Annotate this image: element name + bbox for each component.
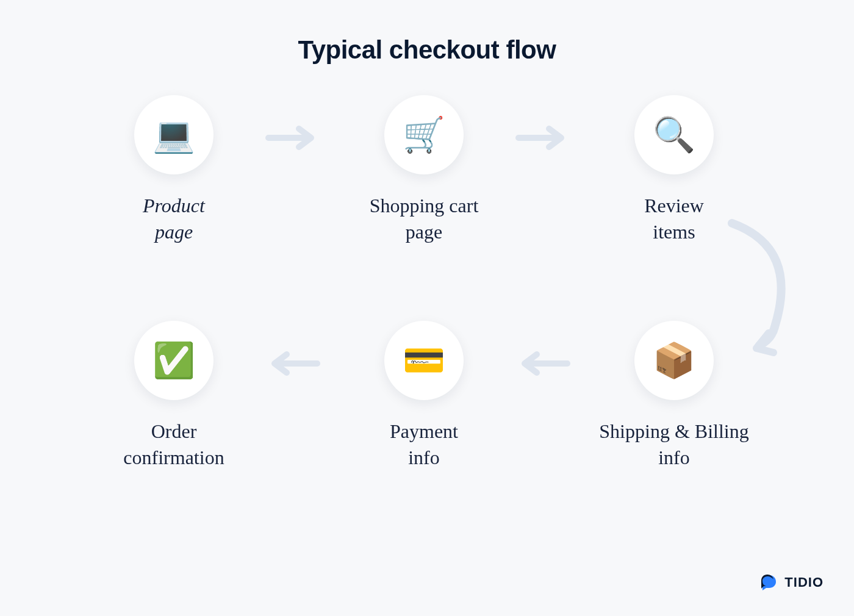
credit-card-icon: 💳 bbox=[384, 321, 464, 400]
arrow-left-icon bbox=[494, 345, 592, 382]
step-order-confirmation: ✅ Orderconfirmation bbox=[95, 321, 253, 471]
brand-logo-container: TIDIO bbox=[760, 573, 824, 592]
step-label: Shopping cartpage bbox=[370, 193, 479, 245]
step-payment-info: 💳 Paymentinfo bbox=[345, 321, 503, 471]
shopping-cart-icon: 🛒 bbox=[384, 95, 464, 174]
step-product-page: 💻 Productpage bbox=[95, 95, 253, 245]
arrow-left-icon bbox=[244, 345, 342, 382]
step-label: Paymentinfo bbox=[390, 418, 458, 471]
checkmark-icon: ✅ bbox=[134, 321, 214, 400]
tidio-logo-icon bbox=[760, 573, 778, 592]
arrow-right-icon bbox=[244, 120, 342, 156]
laptop-icon: 💻 bbox=[134, 95, 214, 174]
step-shopping-cart: 🛒 Shopping cartpage bbox=[345, 95, 503, 245]
step-label: Shipping & Billinginfo bbox=[599, 418, 748, 471]
step-shipping-billing: 📦 Shipping & Billinginfo bbox=[595, 321, 753, 471]
package-icon: 📦 bbox=[634, 321, 714, 400]
flow-container: 💻 Productpage 🛒 Shopping cartpage 🔍 Revi… bbox=[0, 95, 854, 559]
step-label: Productpage bbox=[143, 193, 205, 245]
brand-name: TIDIO bbox=[784, 575, 824, 590]
arrow-right-icon bbox=[494, 120, 592, 156]
diagram-title: Typical checkout flow bbox=[0, 0, 854, 95]
magnifying-glass-icon: 🔍 bbox=[634, 95, 714, 174]
step-label: Orderconfirmation bbox=[123, 418, 224, 471]
